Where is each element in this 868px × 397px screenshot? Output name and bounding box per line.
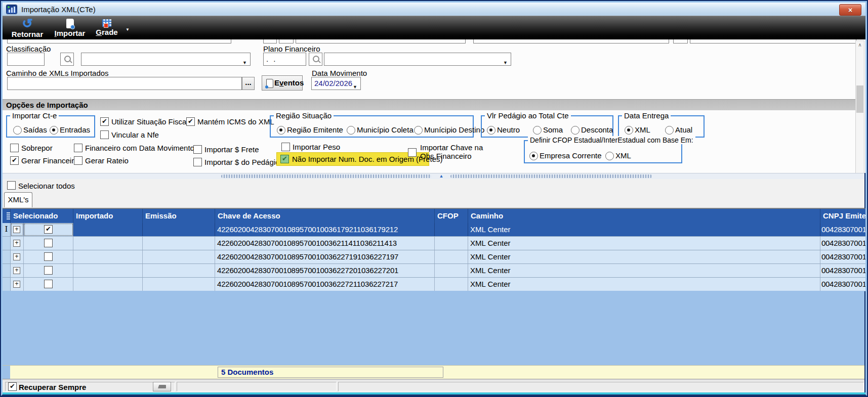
plano-financeiro-input[interactable]: . . [263,53,306,66]
emissao-cell[interactable] [143,264,215,277]
data-entrega-xml-radio[interactable] [625,126,633,135]
chave-cell[interactable]: 4226020042830700108957001003622719103622… [215,250,435,263]
selecionado-cell[interactable] [24,250,73,263]
cfop-cell[interactable] [435,264,468,277]
row-selector[interactable] [3,278,11,291]
row-checkbox[interactable]: ✔ [44,225,53,234]
close-button[interactable]: × [839,4,861,16]
chave-cell[interactable]: 4226020042830700108957001003622720103622… [215,264,435,277]
row-selector[interactable]: I [3,223,11,236]
grade-button[interactable]: Grade [93,18,121,39]
expand-cell[interactable]: + [11,278,24,291]
regiao-emitente-radio[interactable] [277,126,285,135]
caminho-input[interactable] [7,77,242,90]
expand-button[interactable]: + [13,240,20,247]
expand-button[interactable]: + [13,226,20,233]
emissao-cell[interactable] [143,237,215,250]
classificacao-input[interactable] [7,53,45,66]
importado-cell[interactable] [73,278,143,291]
neutro-radio[interactable] [487,126,495,135]
collapse-panel-icon[interactable]: ▲ [434,174,448,179]
selecionado-cell[interactable]: ✔ [24,223,73,236]
vincular-nfe-checkbox[interactable] [100,130,109,139]
cfop-cell[interactable] [435,250,468,263]
chevron-down-icon[interactable]: ▼ [353,81,357,93]
saidas-radio[interactable] [13,126,22,135]
cnpj-cell[interactable]: 00428307001 [820,250,865,263]
table-row[interactable]: + 42260200428307001089570010036227211036… [3,278,865,291]
header-cfop[interactable]: CFOP [435,209,468,223]
expand-cell[interactable]: + [11,264,24,277]
table-row[interactable]: + 42260200428307001089570010036227201036… [3,264,865,278]
importar-peso-checkbox[interactable] [281,143,290,151]
chave-cell[interactable]: 4226020042830700108957001003622721103622… [215,278,435,291]
gerar-rateio-checkbox[interactable] [74,156,82,165]
selecionar-todos-checkbox[interactable] [7,181,16,190]
plano-financeiro-combo[interactable]: ▼ [324,53,511,66]
importado-cell[interactable] [73,223,143,236]
caminho-cell[interactable]: XML Center [468,278,820,291]
caminho-cell[interactable]: XML Center [468,223,820,236]
expand-cell[interactable]: + [11,250,24,263]
desconta-radio[interactable] [571,126,580,135]
header-caminho[interactable]: Caminho [468,209,820,223]
mantem-icms-checkbox[interactable]: ✔ [186,117,195,126]
plano-financeiro-search-button[interactable] [309,53,322,66]
tab-xmls[interactable]: XML's [4,192,32,207]
cnpj-cell[interactable]: 00428307001 [820,223,865,236]
importar-pedagio-checkbox[interactable] [193,158,202,166]
cfop-xml-radio[interactable] [605,152,614,160]
emissao-cell[interactable] [143,223,215,236]
emissao-cell[interactable] [143,250,215,263]
row-checkbox[interactable] [44,266,53,275]
recuperar-sempre-checkbox[interactable]: ✔ [8,382,17,391]
financeiro-data-movimento-checkbox[interactable] [74,144,82,152]
cnpj-cell[interactable]: 00428307001 [820,237,865,250]
cnpj-cell[interactable]: 00428307001 [820,278,865,291]
table-row[interactable]: I + ✔ 4226020042830700108957001003617921… [3,223,865,237]
importar-chave-obs-checkbox[interactable] [408,148,417,157]
emissao-cell[interactable] [143,278,215,291]
chave-cell[interactable]: 4226020042830700108957001003621141103621… [215,237,435,250]
scroll-up-icon[interactable]: ∧ [856,42,864,48]
expand-button[interactable]: + [13,267,20,274]
sobrepor-checkbox[interactable] [10,144,19,152]
table-row[interactable]: + 42260200428307001089570010036227191036… [3,250,865,264]
municipio-destino-radio[interactable] [414,126,423,135]
retornar-button[interactable]: ↺ Retornar [9,18,46,39]
statusbar-button[interactable] [153,382,171,391]
row-selector[interactable] [3,264,11,277]
form-vertical-scrollbar[interactable]: ∧ ∨ [855,40,864,180]
header-selecionado[interactable]: Selecionado [11,209,73,223]
classificacao-combo[interactable]: ▼ [81,53,251,66]
caminho-cell[interactable]: XML Center [468,250,820,263]
utilizar-situacao-fiscal-checkbox[interactable]: ✔ [100,117,109,126]
splitter-grip[interactable] [221,174,431,178]
selecionado-cell[interactable] [24,264,73,277]
expand-cell[interactable]: + [11,237,24,250]
row-selector[interactable] [3,250,11,263]
selecionado-cell[interactable] [24,237,73,250]
row-checkbox[interactable] [44,239,53,247]
chevron-down-icon[interactable]: ▼ [503,57,508,69]
empresa-corrente-radio[interactable] [529,152,538,160]
header-emissao[interactable]: Emissão [143,209,215,223]
importar-frete-checkbox[interactable] [193,145,202,154]
data-entrega-atual-radio[interactable] [665,126,674,135]
eventos-button[interactable]: Eventos [262,75,303,91]
cfop-cell[interactable] [435,278,468,291]
splitter-grip[interactable] [450,174,652,178]
selecionado-cell[interactable] [24,278,73,291]
data-movimento-combo[interactable]: 24/02/2026 ▼ [311,77,361,90]
browse-button[interactable]: ... [242,77,255,90]
caminho-cell[interactable]: XML Center [468,237,820,250]
cfop-cell[interactable] [435,237,468,250]
classificacao-search-button[interactable] [60,53,74,66]
caminho-cell[interactable]: XML Center [468,264,820,277]
importar-button[interactable]: Importar [50,18,90,39]
importado-cell[interactable] [73,237,143,250]
expand-cell[interactable]: + [11,223,24,236]
chevron-down-icon[interactable]: ▼ [242,57,247,69]
table-row[interactable]: + 42260200428307001089570010036211411036… [3,237,865,250]
gerar-financeiro-checkbox[interactable]: ✔ [10,156,19,165]
